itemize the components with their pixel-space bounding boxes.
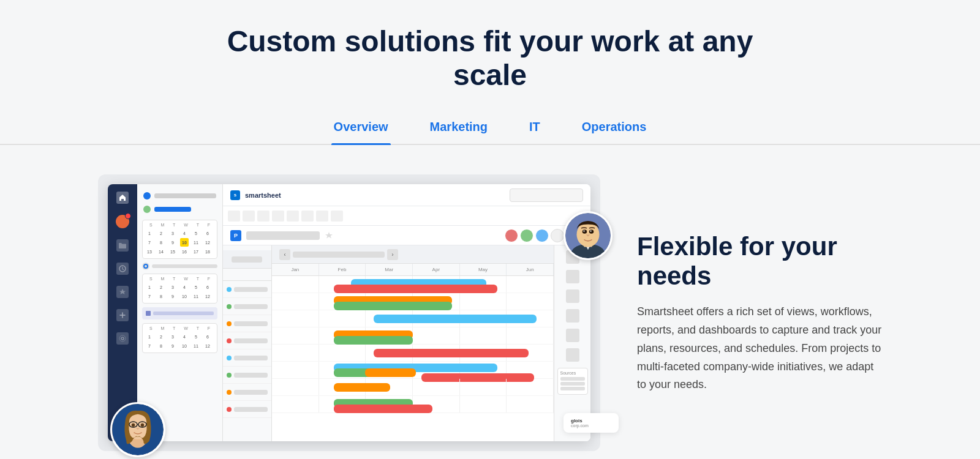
toolbar-button-2 <box>243 211 255 222</box>
calendar-mini-3: SMTWTF 1 2 3 4 5 6 7 8 9 <box>142 323 217 353</box>
grid-line <box>272 327 319 344</box>
svg-point-15 <box>589 230 594 234</box>
info-card-name: glois <box>571 418 611 424</box>
sidebar-notification-icon <box>116 215 129 228</box>
grid-line <box>507 276 554 293</box>
gantt-row-3 <box>272 310 554 327</box>
cal-cell: 11 <box>192 292 200 300</box>
grid-line <box>319 345 366 361</box>
cal-cell: 8 <box>157 292 165 300</box>
prev-arrow[interactable]: ‹ <box>279 249 290 260</box>
grid-line <box>507 379 554 395</box>
sources-bar-3 <box>560 387 585 390</box>
cal-cell: 12 <box>203 238 212 247</box>
project-bar: P Share <box>223 226 590 245</box>
cal-cell: 1 <box>145 283 154 291</box>
sources-panel: Sources <box>557 368 588 395</box>
gantt-row-1 <box>272 276 554 293</box>
sources-title: Sources <box>560 371 585 375</box>
tabs-nav: Overview Marketing IT Operations <box>0 114 980 145</box>
avatar-man-overlay <box>564 211 612 260</box>
avatar-2 <box>520 229 533 242</box>
calendar-mini-2: SMTWTF 1 2 3 4 5 6 7 8 9 <box>142 274 217 304</box>
sidebar-clock-icon <box>116 263 129 275</box>
gantt-row-2 <box>272 293 554 310</box>
row-label-bar-5 <box>234 356 268 360</box>
cal-cell-highlight: 10 <box>180 238 189 247</box>
cal-cell: 2 <box>157 283 165 291</box>
cal-cell: 6 <box>203 229 212 237</box>
cal-cell: 17 <box>192 247 200 256</box>
progress-row <box>142 263 217 270</box>
invite-button[interactable] <box>551 229 564 242</box>
cal-grid-2: 1 2 3 4 5 6 7 8 9 10 11 <box>145 283 214 300</box>
avatar-1 <box>505 229 518 242</box>
grid-line <box>272 310 319 327</box>
gantt-bar-red-1 <box>334 285 497 293</box>
grid-line <box>272 276 319 293</box>
svg-point-2 <box>119 335 126 341</box>
gantt-area: ‹ › Jan Feb Mar Apr <box>223 245 590 441</box>
row-label-bar-4 <box>234 338 268 343</box>
tab-it[interactable]: IT <box>527 114 543 144</box>
gantt-row-5 <box>272 345 554 362</box>
content-description: Smartsheet offers a rich set of views, w… <box>637 303 882 394</box>
panel-bar <box>154 193 216 198</box>
cal-cell: 8 <box>157 341 165 350</box>
search-box[interactable] <box>510 188 583 202</box>
grid-line <box>460 293 507 310</box>
grid-line <box>507 327 554 344</box>
cal-cell: 7 <box>145 238 154 247</box>
panel-row-2 <box>137 203 222 216</box>
page-title: Custom solutions fit your work at any sc… <box>214 24 766 92</box>
tab-operations[interactable]: Operations <box>579 114 649 144</box>
gantt-row-8 <box>272 396 554 413</box>
cal-cell: 9 <box>168 238 177 247</box>
right-icon-4 <box>566 309 579 323</box>
cal-cell: 1 <box>145 332 154 341</box>
cal-cell: 1 <box>145 229 154 237</box>
cal-header-1: SMTWTF <box>145 223 214 227</box>
nav-arrows: ‹ › <box>279 249 398 260</box>
cal-cell: 3 <box>168 332 177 341</box>
tab-overview[interactable]: Overview <box>331 114 391 144</box>
cal-cell: 4 <box>180 229 189 237</box>
cal-cell: 6 <box>203 332 212 341</box>
progress-circle <box>142 263 149 270</box>
sources-bar-1 <box>560 377 585 381</box>
toolbar-button-1 <box>228 211 240 222</box>
cal-cell: 7 <box>145 292 154 300</box>
cal-cell: 14 <box>157 247 165 256</box>
app-left-panel: SMTWTF 1 2 3 4 5 6 7 8 9 <box>137 184 223 441</box>
cal-cell: 8 <box>157 238 165 247</box>
cal-cell: 11 <box>192 238 200 247</box>
gantt-row-label-2 <box>223 298 271 315</box>
gantt-rows-container <box>272 276 554 413</box>
cal-cell: 6 <box>203 283 212 291</box>
gantt-bar-blue-3 <box>374 315 537 323</box>
app-mockup: SMTWTF 1 2 3 4 5 6 7 8 9 <box>98 174 600 451</box>
gantt-bar-orange-6 <box>365 368 416 377</box>
gantt-row-7 <box>272 379 554 396</box>
avatar-3 <box>535 229 549 242</box>
month-apr: Apr <box>413 264 460 275</box>
next-arrow[interactable]: › <box>387 249 398 260</box>
gantt-month-headers: Jan Feb Mar Apr May Jun <box>272 264 554 276</box>
gantt-row-label-4 <box>223 332 271 349</box>
gantt-row-6 <box>272 362 554 379</box>
avatar-woman-overlay <box>110 402 165 457</box>
panel-bar-blue <box>154 207 191 212</box>
content-area: SMTWTF 1 2 3 4 5 6 7 8 9 <box>61 174 919 451</box>
info-card-detail1: corp.com <box>571 424 611 428</box>
sidebar-star-icon <box>116 286 129 298</box>
cal-header-2: SMTWTF <box>145 277 214 281</box>
tab-marketing[interactable]: Marketing <box>428 114 490 144</box>
toolbar-button-4 <box>272 211 284 222</box>
grid-line <box>507 396 554 412</box>
toolbar-button-3 <box>257 211 270 222</box>
cal-cell: 15 <box>168 247 177 256</box>
gantt-bar-green-2 <box>334 302 452 310</box>
gantt-row-label-6 <box>223 367 271 384</box>
sidebar-folder-icon <box>116 239 129 252</box>
grid-line <box>413 379 460 395</box>
